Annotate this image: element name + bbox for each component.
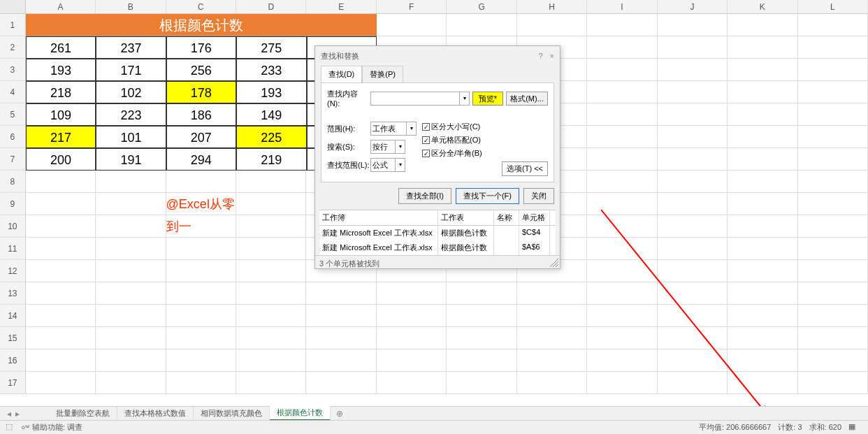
cell[interactable]	[96, 215, 166, 238]
cell[interactable]: 225	[236, 126, 306, 148]
cell[interactable]: 219	[236, 148, 306, 171]
cell[interactable]	[236, 282, 306, 305]
sheet-nav-next-icon[interactable]: ▸	[15, 409, 20, 419]
row-header-4[interactable]: 4	[0, 81, 26, 103]
cell[interactable]	[517, 372, 587, 394]
cell[interactable]	[798, 282, 868, 305]
sheet-nav-prev-icon[interactable]: ◂	[7, 409, 11, 419]
search-dropdown-icon[interactable]: ▾	[396, 140, 405, 154]
cell[interactable]	[587, 81, 657, 103]
cell[interactable]	[96, 260, 166, 282]
find-dropdown-icon[interactable]: ▾	[460, 92, 470, 106]
col-header-G[interactable]: G	[447, 0, 516, 13]
preview-button[interactable]: 预览*	[472, 92, 503, 106]
cell[interactable]	[96, 238, 166, 260]
cell[interactable]	[798, 81, 868, 103]
col-header-D[interactable]: D	[236, 0, 306, 13]
sheet-tab[interactable]: 批量删除空表航	[49, 407, 117, 420]
col-header-L[interactable]: L	[798, 0, 868, 13]
cell[interactable]: 186	[166, 103, 236, 126]
cell[interactable]	[587, 126, 657, 148]
cell[interactable]	[166, 305, 236, 327]
cell[interactable]	[587, 372, 657, 394]
cell[interactable]	[798, 171, 868, 193]
cell[interactable]	[587, 215, 657, 238]
cell[interactable]	[447, 14, 516, 36]
cell[interactable]	[728, 193, 797, 215]
cell[interactable]	[728, 238, 797, 260]
cell[interactable]	[236, 305, 306, 327]
cell[interactable]	[236, 372, 306, 394]
cell[interactable]	[166, 171, 236, 193]
cell[interactable]: 218	[26, 81, 96, 103]
cell[interactable]	[517, 14, 587, 36]
cell[interactable]: 193	[26, 59, 96, 81]
cell[interactable]: 102	[96, 81, 166, 103]
row-header-7[interactable]: 7	[0, 148, 26, 171]
find-content-input[interactable]	[370, 92, 460, 106]
cell[interactable]	[166, 349, 236, 372]
cell[interactable]	[306, 327, 376, 349]
cell[interactable]	[658, 215, 728, 238]
cell[interactable]	[26, 282, 96, 305]
cell[interactable]: 101	[96, 126, 166, 148]
col-header-H[interactable]: H	[517, 0, 587, 13]
cell[interactable]	[377, 327, 447, 349]
cell[interactable]	[587, 327, 657, 349]
cell[interactable]	[517, 349, 587, 372]
row-header-9[interactable]: 9	[0, 193, 26, 215]
col-header-A[interactable]: A	[26, 0, 96, 13]
find-all-button[interactable]: 查找全部(I)	[398, 188, 451, 204]
scope-dropdown-icon[interactable]: ▾	[407, 122, 417, 136]
cell[interactable]: 294	[166, 148, 236, 171]
cell[interactable]	[96, 305, 166, 327]
cell[interactable]	[728, 148, 797, 171]
cell[interactable]	[587, 171, 657, 193]
cell[interactable]	[447, 372, 516, 394]
row-header-3[interactable]: 3	[0, 59, 26, 81]
options-button[interactable]: 选项(T) <<	[502, 161, 548, 176]
cell[interactable]: 275	[236, 36, 306, 59]
cell[interactable]: 176	[166, 36, 236, 59]
cell[interactable]	[728, 215, 797, 238]
results-list[interactable]: 工作簿 工作表 名称 单元格 新建 Microsoft Excel 工作表.xl…	[319, 210, 556, 255]
result-row[interactable]: 新建 Microsoft Excel 工作表.xlsx 根据颜色计数 $C$4	[319, 226, 556, 240]
cell[interactable]	[166, 372, 236, 394]
cell[interactable]	[96, 372, 166, 394]
sheet-tab[interactable]: 查找本格格式数值	[117, 407, 194, 420]
cell[interactable]	[377, 372, 447, 394]
cell[interactable]	[517, 282, 587, 305]
select-all-corner[interactable]	[0, 0, 26, 13]
cell[interactable]	[26, 260, 96, 282]
cell[interactable]	[26, 238, 96, 260]
cell[interactable]	[728, 305, 797, 327]
cell[interactable]	[798, 260, 868, 282]
cell[interactable]	[658, 59, 728, 81]
checkbox-whole[interactable]: ✓	[422, 136, 430, 144]
accessibility-status[interactable]: ⊙༄辅助功能: 调查	[21, 422, 82, 433]
sheet-tab-active[interactable]: 根据颜色计数	[270, 406, 331, 421]
cell[interactable]	[377, 14, 447, 36]
row-header-17[interactable]: 17	[0, 372, 26, 394]
search-select[interactable]: 按行	[370, 140, 396, 154]
cell[interactable]	[658, 238, 728, 260]
cell[interactable]	[587, 260, 657, 282]
cell[interactable]: 256	[166, 59, 236, 81]
cell[interactable]	[587, 282, 657, 305]
cell[interactable]	[587, 193, 657, 215]
cell[interactable]	[447, 349, 516, 372]
cell[interactable]	[96, 349, 166, 372]
lookin-select[interactable]: 公式	[370, 158, 396, 172]
cell[interactable]	[798, 238, 868, 260]
cell[interactable]	[26, 193, 96, 215]
cell[interactable]	[728, 349, 797, 372]
cell[interactable]	[728, 59, 797, 81]
cell[interactable]	[96, 327, 166, 349]
cell[interactable]	[728, 171, 797, 193]
close-icon[interactable]: ×	[550, 46, 554, 66]
cell[interactable]	[26, 372, 96, 394]
close-button[interactable]: 关闭	[523, 188, 554, 204]
cell[interactable]	[798, 372, 868, 394]
cell[interactable]	[166, 327, 236, 349]
cell[interactable]	[658, 14, 728, 36]
